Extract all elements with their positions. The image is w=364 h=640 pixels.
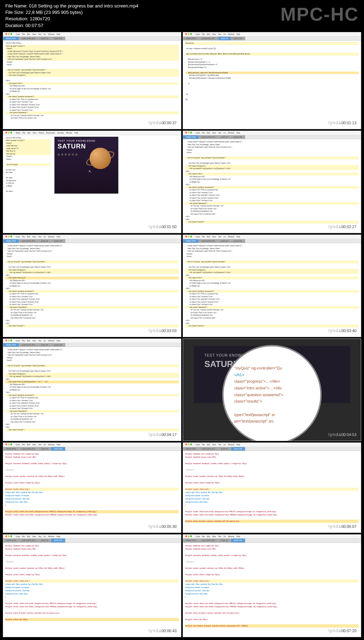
thumb-10: CodaFileEditViewTextGoWindowHelp INDEX.H… <box>183 442 361 533</box>
thumb-6: CodaFileEditViewTextGoWindowHelp INDEX.H… <box>183 235 361 337</box>
thumb-3: SafariFileEditViewHistoryBookmarksDevelo… <box>3 131 181 233</box>
thumb-5: CodaFileEditViewTextGoWindowHelp INDEX.H… <box>3 235 181 337</box>
thumb-8: TEST YOUR KNOWLEDGE: SATURN "myQuiz" ng-… <box>183 339 361 441</box>
thumbnail-grid: CodaFileEditViewTextGoWindowHelp INDEX.H… <box>0 0 364 640</box>
thumb-7: CodaFileEditViewTextGoWindowHelp INDEX.H… <box>3 339 181 441</box>
thumb-11: CodaFileEditViewTextGoWindowHelp INDEX.H… <box>3 534 181 638</box>
saturn-preview: TEST YOUR KNOWLEDGE: SATURN ↖ <box>54 137 118 194</box>
cursor-icon: ↖ <box>89 169 91 174</box>
player-watermark: MPC-HC <box>280 4 359 25</box>
thumb-12: CodaFileEditViewTextGoWindowHelp INDEX.H… <box>183 534 361 638</box>
file-info-panel: File Name: 018 Setting up the progress b… <box>5 3 138 29</box>
magnifier: "myQuiz" ng-controller="Qu </h1> class="… <box>222 345 322 441</box>
thumb-9: CodaFileEditViewTextGoWindowHelp INDEX.H… <box>3 442 181 533</box>
thumb-4: CodaFileEditViewTextGoWindowHelp INDEX.H… <box>183 131 361 233</box>
thumb-2: CodaFileEditViewTextGoWindowHelp INDEX.H… <box>183 32 361 129</box>
thumb-1: CodaFileEditViewTextGoWindowHelp INDEX.H… <box>3 32 181 129</box>
